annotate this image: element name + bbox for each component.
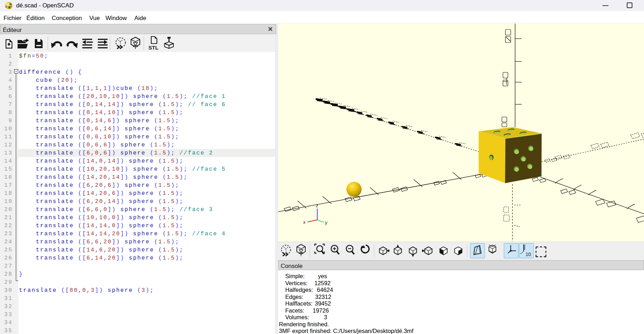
svg-text:10: 10 — [525, 251, 531, 257]
svg-text:y: y — [325, 220, 327, 225]
svg-text:STL: STL — [148, 45, 158, 51]
svg-text:z: z — [316, 203, 318, 208]
svg-text:x: x — [303, 220, 306, 225]
